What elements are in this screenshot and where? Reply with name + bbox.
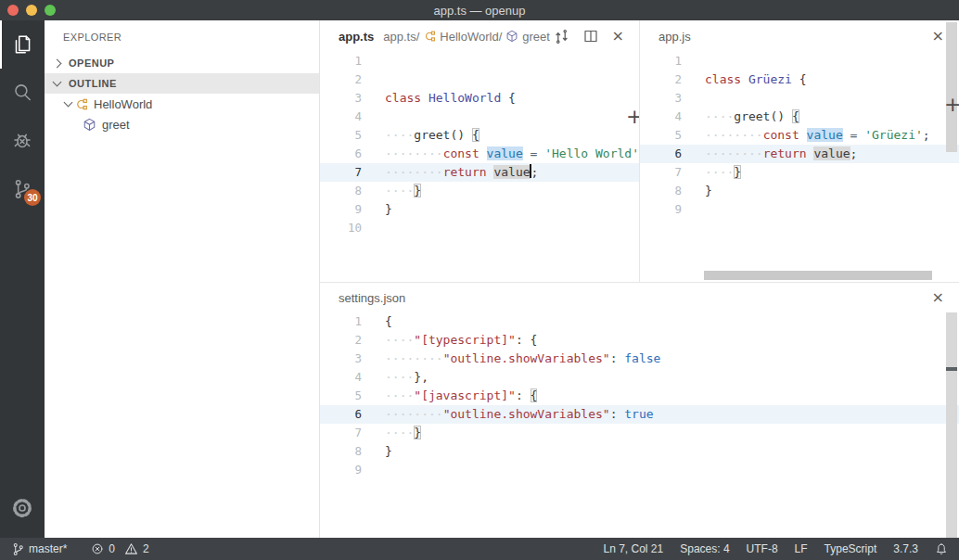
line-number: 2 — [320, 331, 362, 350]
code-line[interactable]: 5····"[javascript]": { — [320, 387, 959, 405]
overview-ruler-marker — [946, 367, 957, 371]
minimize-window-button[interactable] — [26, 5, 37, 16]
app-js-code: 12class Grüezi {34····greet() {5········… — [640, 52, 959, 282]
eol-item[interactable]: LF — [795, 542, 808, 555]
editor-pane-settings-json: settings.json × 1{2····"[typescript]": {… — [320, 282, 959, 538]
code-line[interactable]: 8} — [320, 442, 959, 461]
open-changes-icon[interactable] — [554, 29, 569, 45]
editor-pane-app-ts: app.ts app.ts/ HelloWorld/ — [320, 20, 640, 282]
breadcrumb: app.ts/ HelloWorld/ greet — [383, 30, 550, 44]
encoding-item[interactable]: UTF-8 — [747, 542, 778, 555]
outline-item-greet[interactable]: greet — [45, 114, 319, 134]
code-line[interactable]: 5····greet() { — [320, 126, 639, 145]
code-line[interactable]: 8} — [640, 182, 959, 200]
line-number: 9 — [640, 200, 682, 219]
code-line[interactable]: 3 — [640, 89, 959, 108]
app-ts-code: 123class HelloWorld {45····greet() {6···… — [320, 52, 639, 282]
code-line[interactable]: 2····"[typescript]": { — [320, 331, 959, 350]
code-line[interactable]: 6········return value; — [640, 145, 959, 163]
indentation-item[interactable]: Spaces: 4 — [680, 542, 729, 555]
notifications-item[interactable] — [935, 542, 948, 556]
vertical-scrollbar[interactable] — [946, 312, 957, 538]
line-number: 5 — [640, 126, 682, 145]
breadcrumb-file[interactable]: app.ts/ — [383, 30, 419, 44]
manage-button[interactable] — [0, 484, 45, 532]
code-line[interactable]: 3class HelloWorld { — [320, 89, 639, 108]
code-line[interactable]: 9 — [640, 200, 959, 219]
breadcrumb-class[interactable]: HelloWorld/ — [440, 30, 502, 44]
horizontal-scrollbar[interactable] — [704, 271, 932, 280]
code-line[interactable]: 4 — [320, 108, 639, 126]
section-outline[interactable]: OUTLINE — [45, 73, 319, 94]
app-js-header: app.js × — [640, 20, 959, 52]
line-number: 8 — [320, 182, 362, 200]
tab-app-js[interactable]: app.js — [659, 30, 691, 44]
line-number: 5 — [320, 126, 362, 145]
code-line[interactable]: 8····} — [320, 182, 639, 200]
vertical-scrollbar[interactable] — [946, 22, 957, 152]
code-line[interactable]: 1 — [320, 52, 639, 70]
close-icon[interactable]: × — [612, 29, 624, 44]
code-line[interactable]: 3········"outline.showVariables": false — [320, 350, 959, 368]
files-icon — [10, 32, 34, 57]
split-editor-icon[interactable] — [583, 29, 598, 44]
warning-triangle-icon — [124, 542, 138, 555]
activity-debug-button[interactable] — [0, 117, 45, 165]
editor-pane-app-js: app.js × 12class Grüezi {34····greet() {… — [640, 20, 959, 282]
sidebar-title: EXPLORER — [45, 20, 319, 53]
status-bar: master* 0 2 Ln 7, Col 21 Spaces: 4 UTF-8… — [0, 538, 959, 560]
outline-item-helloworld[interactable]: HelloWorld — [45, 94, 319, 114]
cursor-position-item[interactable]: Ln 7, Col 21 — [603, 542, 663, 555]
outline-helloworld-label: HelloWorld — [94, 97, 152, 111]
code-line[interactable]: 7····} — [320, 424, 959, 442]
method-symbol-icon — [83, 118, 96, 132]
problems-status-item[interactable]: 0 2 — [91, 542, 148, 555]
code-line[interactable]: 10 — [320, 219, 639, 237]
activity-explorer-button[interactable] — [0, 20, 45, 69]
error-count: 0 — [109, 542, 115, 555]
line-number: 8 — [320, 442, 362, 461]
close-icon[interactable]: × — [932, 290, 944, 305]
code-line[interactable]: 1 — [640, 52, 959, 70]
code-line[interactable]: 7········return value; — [320, 163, 639, 182]
section-openup[interactable]: OPENUP — [45, 53, 319, 73]
window-controls — [7, 0, 56, 20]
line-number: 2 — [320, 70, 362, 89]
code-line[interactable]: 6········const value = 'Hello World'; — [320, 145, 639, 163]
line-number: 1 — [320, 312, 362, 331]
git-branch-icon — [12, 542, 24, 556]
code-line[interactable]: 7····} — [640, 163, 959, 182]
code-line[interactable]: 1{ — [320, 312, 959, 331]
zoom-window-button[interactable] — [45, 5, 56, 16]
close-window-button[interactable] — [7, 5, 19, 16]
activity-source-control-button[interactable]: 30 — [0, 165, 45, 213]
app-ts-header: app.ts app.ts/ HelloWorld/ — [320, 20, 639, 52]
code-line[interactable]: 5········const value = 'Grüezi'; — [640, 126, 959, 145]
code-line[interactable]: 2class Grüezi { — [640, 70, 959, 89]
code-line[interactable]: 9 — [320, 461, 959, 479]
branch-status-item[interactable]: master* — [12, 542, 67, 556]
editor-area: app.ts app.ts/ HelloWorld/ — [320, 20, 959, 538]
code-line[interactable]: 2 — [320, 70, 639, 89]
line-number: 7 — [320, 163, 362, 182]
typescript-version-item[interactable]: 3.7.3 — [893, 542, 918, 555]
settings-json-header: settings.json × — [320, 283, 959, 312]
class-symbol-icon — [423, 30, 436, 43]
code-line[interactable]: 6········"outline.showVariables": true — [320, 405, 959, 424]
code-line[interactable]: 4····}, — [320, 368, 959, 387]
line-number: 3 — [320, 350, 362, 368]
line-number: 4 — [320, 368, 362, 387]
activity-search-button[interactable] — [0, 69, 45, 117]
line-number: 1 — [640, 52, 682, 70]
language-mode-item[interactable]: TypeScript — [825, 542, 877, 555]
close-icon[interactable]: × — [932, 29, 944, 44]
tab-settings-json[interactable]: settings.json — [339, 291, 405, 305]
breadcrumb-method[interactable]: greet — [522, 30, 550, 44]
debug-icon — [10, 129, 34, 153]
line-number: 4 — [640, 108, 682, 126]
branch-label: master* — [29, 542, 67, 555]
code-line[interactable]: 4····greet() { — [640, 108, 959, 126]
chevron-right-icon — [53, 58, 62, 68]
code-line[interactable]: 9} — [320, 200, 639, 219]
tab-app-ts[interactable]: app.ts — [339, 30, 374, 44]
